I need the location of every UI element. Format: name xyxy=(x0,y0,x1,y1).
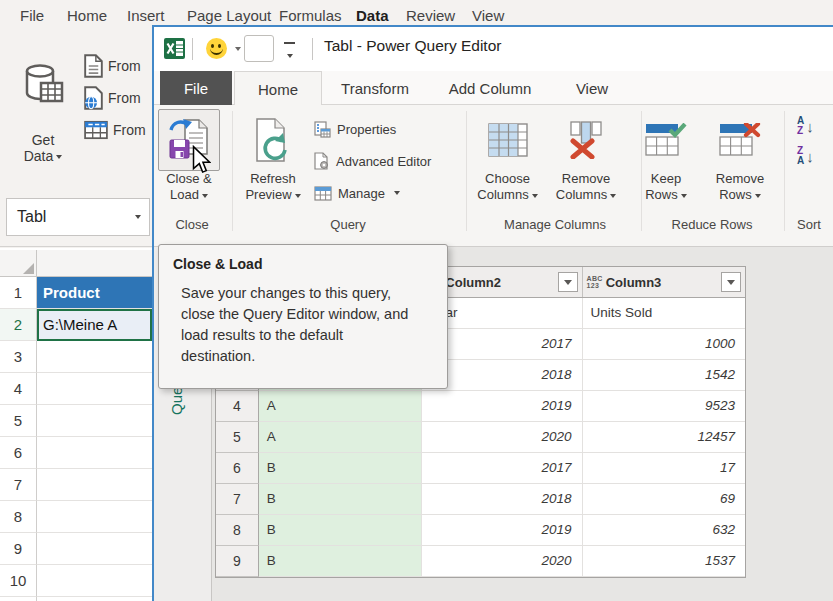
name-box-value: Tabl xyxy=(7,208,132,226)
document-globe-icon xyxy=(84,86,103,110)
customize-toolbar-icon[interactable] xyxy=(284,42,295,64)
from-text-button[interactable]: From xyxy=(84,52,141,80)
row-header-5[interactable]: 5 xyxy=(0,405,37,437)
sheet-row: 4 xyxy=(0,373,152,405)
cell-a4[interactable] xyxy=(37,373,152,405)
group-separator xyxy=(784,111,785,231)
row-header-9[interactable]: 9 xyxy=(0,533,37,565)
pq-tab-transform[interactable]: Transform xyxy=(322,71,428,105)
cell-a9[interactable] xyxy=(37,533,152,565)
row-header-6[interactable]: 6 xyxy=(0,437,37,469)
choose-columns-button[interactable]: Choose Columns xyxy=(470,109,545,203)
sort-descending-button[interactable]: ZA ↓ xyxy=(797,143,814,169)
excel-tab-home[interactable]: Home xyxy=(67,7,107,24)
row-header-8[interactable]: 8 xyxy=(0,501,37,533)
cell-a2-active[interactable]: G:\Meine A xyxy=(37,309,152,341)
row-header-11[interactable]: 11 xyxy=(0,597,37,601)
chevron-down-icon xyxy=(295,194,301,198)
cell-a5[interactable] xyxy=(37,405,152,437)
document-text-icon xyxy=(84,54,103,78)
table-row: 9B20201537 xyxy=(216,546,745,577)
refresh-preview-button[interactable]: Refresh Preview xyxy=(240,109,306,203)
excel-tab-page-layout[interactable]: Page Layout xyxy=(187,7,271,24)
group-label-sort: Sort xyxy=(797,217,821,232)
table-icon xyxy=(84,120,108,140)
quick-access-box[interactable] xyxy=(244,35,274,62)
chevron-down-icon xyxy=(564,280,572,285)
chevron-down-icon xyxy=(56,155,62,159)
filter-dropdown-button[interactable] xyxy=(558,272,578,292)
divider xyxy=(312,38,313,60)
from-table-button[interactable]: From xyxy=(84,116,146,144)
remove-columns-button[interactable]: Remove Columns xyxy=(550,109,622,203)
properties-button[interactable]: Properties xyxy=(314,117,396,141)
name-box[interactable]: Tabl xyxy=(6,198,150,236)
manage-button[interactable]: Manage xyxy=(314,181,400,205)
chevron-down-icon xyxy=(532,194,538,198)
cell-a11[interactable] xyxy=(37,597,152,601)
group-separator xyxy=(466,111,467,231)
keep-rows-button[interactable]: Keep Rows xyxy=(632,109,700,203)
sort-ascending-button[interactable]: AZ ↓ xyxy=(797,113,814,139)
from-web-button[interactable]: From xyxy=(84,84,141,112)
chevron-down-icon xyxy=(681,194,687,198)
table-row: 7B201869 xyxy=(216,484,745,515)
table-row: 4A20199523 xyxy=(216,391,745,422)
filter-dropdown-button[interactable] xyxy=(721,272,741,292)
cell-a8[interactable] xyxy=(37,501,152,533)
row-header-10[interactable]: 10 xyxy=(0,565,37,597)
sheet-row: 1Product xyxy=(0,277,152,309)
excel-tab-data[interactable]: Data xyxy=(356,7,389,24)
properties-icon xyxy=(314,121,331,138)
pq-title-bar: Tabl - Power Query Editor xyxy=(154,27,833,71)
choose-columns-icon xyxy=(470,109,545,171)
excel-tab-formulas[interactable]: Formulas xyxy=(279,7,342,24)
cell-a3[interactable] xyxy=(37,341,152,373)
chevron-down-icon xyxy=(610,194,616,198)
worksheet-grid: 1Product 2G:\Meine A 3 4 5 6 7 8 9 10 11 xyxy=(0,248,152,601)
table-row: 5A202012457 xyxy=(216,422,745,453)
advanced-editor-icon xyxy=(314,152,330,170)
get-data-button[interactable]: Get Data xyxy=(8,40,78,190)
get-data-label-line1: Get xyxy=(8,132,78,148)
remove-rows-icon xyxy=(704,109,776,171)
row-header-2[interactable]: 2 xyxy=(0,309,37,341)
tooltip-body-line: close the Query Editor window, and xyxy=(173,304,433,325)
excel-tab-view[interactable]: View xyxy=(472,7,504,24)
pq-tab-home[interactable]: Home xyxy=(234,71,322,106)
advanced-editor-button[interactable]: Advanced Editor xyxy=(314,149,431,173)
cell-a10[interactable] xyxy=(37,565,152,597)
column3-header[interactable]: ABC123 Column3 xyxy=(583,267,745,297)
cell-a6[interactable] xyxy=(37,437,152,469)
pq-tab-file[interactable]: File xyxy=(160,71,232,105)
table-row: 8B2019632 xyxy=(216,515,745,546)
row-header-3[interactable]: 3 xyxy=(0,341,37,373)
cell-a1[interactable]: Product xyxy=(37,277,152,309)
select-all-corner[interactable] xyxy=(0,250,37,277)
chevron-down-icon[interactable] xyxy=(235,47,241,51)
excel-tab-review[interactable]: Review xyxy=(406,7,455,24)
get-data-label-line2: Data xyxy=(24,148,54,164)
excel-tab-insert[interactable]: Insert xyxy=(127,7,165,24)
remove-rows-button[interactable]: Remove Rows xyxy=(704,109,776,203)
pq-tab-view[interactable]: View xyxy=(552,71,632,105)
group-label-reduce-rows: Reduce Rows xyxy=(672,217,753,232)
row-header-1[interactable]: 1 xyxy=(0,277,37,309)
pq-tab-strip: File Home Transform Add Column View xyxy=(154,71,833,105)
sheet-row: 7 xyxy=(0,469,152,501)
chevron-down-icon[interactable] xyxy=(135,215,141,219)
sheet-row: 8 xyxy=(0,501,152,533)
group-label-query: Query xyxy=(330,217,365,232)
column-a-header[interactable] xyxy=(37,250,152,277)
smiley-feedback-icon[interactable] xyxy=(206,38,227,59)
row-header-7[interactable]: 7 xyxy=(0,469,37,501)
keep-rows-icon xyxy=(632,109,700,171)
cell-a7[interactable] xyxy=(37,469,152,501)
tooltip-body-line: destination. xyxy=(173,346,433,367)
row-header-4[interactable]: 4 xyxy=(0,373,37,405)
data-type-icon[interactable]: ABC123 xyxy=(587,275,603,289)
chevron-down-icon xyxy=(202,194,208,198)
excel-tab-file[interactable]: File xyxy=(20,7,44,24)
pq-tab-add-column[interactable]: Add Column xyxy=(428,71,552,105)
screen: File Home Insert Page Layout Formulas Da… xyxy=(0,0,833,601)
